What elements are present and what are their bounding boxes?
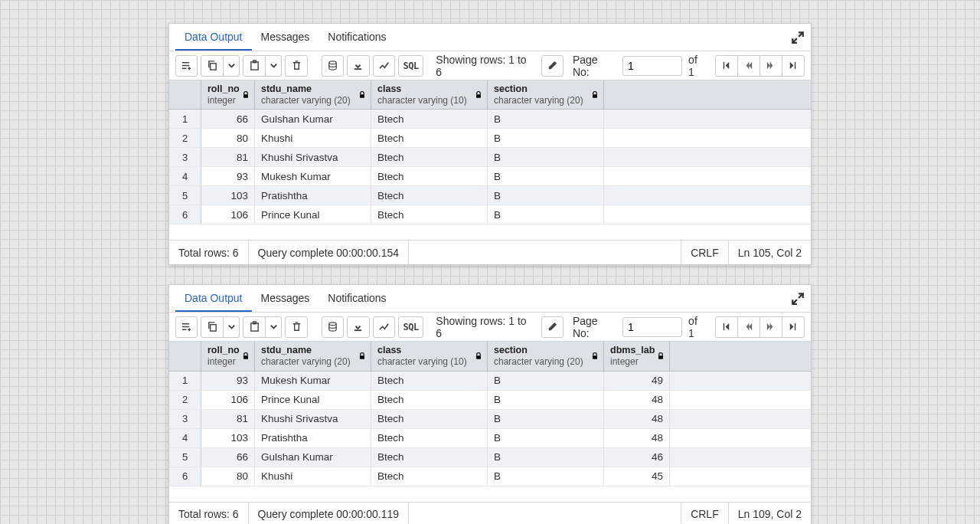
row-index[interactable]: 2 <box>169 129 201 147</box>
cell-roll_no[interactable]: 80 <box>201 467 255 486</box>
cell-roll_no[interactable]: 66 <box>201 448 255 467</box>
last-page-button[interactable] <box>782 316 805 338</box>
paste-dropdown[interactable] <box>266 55 283 77</box>
cell-dbms_lab[interactable]: 49 <box>604 372 670 390</box>
cell-stdu_name[interactable]: Khushi Srivastva <box>255 410 371 428</box>
cell-roll_no[interactable]: 81 <box>201 148 255 166</box>
copy-dropdown[interactable] <box>224 316 240 338</box>
cell-section[interactable]: B <box>488 205 604 224</box>
paste-button[interactable] <box>243 55 265 77</box>
cell-roll_no[interactable]: 103 <box>201 186 255 205</box>
row-index[interactable]: 3 <box>169 148 201 166</box>
cell-section[interactable]: B <box>488 129 604 147</box>
save-data-button[interactable] <box>322 55 344 77</box>
cell-stdu_name[interactable]: Prince Kunal <box>255 391 371 409</box>
row-index[interactable]: 5 <box>169 186 201 205</box>
cell-dbms_lab[interactable]: 46 <box>604 448 670 467</box>
graph-button[interactable] <box>373 55 395 77</box>
cell-dbms_lab[interactable]: 48 <box>604 429 670 447</box>
first-page-button[interactable] <box>715 316 738 338</box>
sql-button[interactable]: SQL <box>398 55 423 77</box>
sql-button[interactable]: SQL <box>398 316 423 338</box>
prev-page-button[interactable] <box>737 316 760 338</box>
cell-class[interactable]: Btech <box>371 167 488 185</box>
cell-roll_no[interactable]: 80 <box>201 129 255 147</box>
row-index[interactable]: 5 <box>169 448 201 467</box>
cell-class[interactable]: Btech <box>371 110 488 128</box>
row-index[interactable]: 4 <box>169 167 201 185</box>
cell-stdu_name[interactable]: Mukesh Kumar <box>255 372 371 390</box>
expand-icon[interactable] <box>791 292 805 306</box>
next-page-button[interactable] <box>760 55 782 77</box>
cell-section[interactable]: B <box>488 372 604 390</box>
tab-data-output[interactable]: Data Output <box>175 286 252 312</box>
tab-notifications[interactable]: Notifications <box>318 25 395 51</box>
cell-stdu_name[interactable]: Gulshan Kumar <box>255 448 371 467</box>
row-index[interactable]: 4 <box>169 429 201 447</box>
cell-roll_no[interactable]: 66 <box>201 110 255 128</box>
cell-section[interactable]: B <box>488 448 604 467</box>
cell-section[interactable]: B <box>488 410 604 428</box>
cell-class[interactable]: Btech <box>371 129 488 147</box>
column-header-dbms_lab[interactable]: dbms_lab integer <box>604 342 670 370</box>
cell-dbms_lab[interactable]: 48 <box>604 410 670 428</box>
cell-class[interactable]: Btech <box>371 205 488 224</box>
column-header-roll_no[interactable]: roll_no integer <box>201 80 255 109</box>
cell-section[interactable]: B <box>488 110 604 128</box>
expand-icon[interactable] <box>791 31 805 44</box>
column-header-stdu_name[interactable]: stdu_name character varying (20) <box>255 80 371 109</box>
cell-section[interactable]: B <box>488 467 604 486</box>
delete-button[interactable] <box>285 55 307 77</box>
row-index[interactable]: 3 <box>169 410 201 428</box>
column-header-class[interactable]: class character varying (10) <box>371 342 488 370</box>
page-no-input[interactable] <box>622 56 682 76</box>
cell-stdu_name[interactable]: Pratishtha <box>255 186 371 205</box>
add-row-button[interactable] <box>175 55 198 77</box>
first-page-button[interactable] <box>715 55 738 77</box>
last-page-button[interactable] <box>782 55 805 77</box>
cell-roll_no[interactable]: 81 <box>201 410 255 428</box>
row-index[interactable]: 6 <box>169 467 201 486</box>
cell-section[interactable]: B <box>488 186 604 205</box>
prev-page-button[interactable] <box>737 55 760 77</box>
download-button[interactable] <box>347 55 369 77</box>
edit-rows-button[interactable] <box>541 316 564 338</box>
tab-messages[interactable]: Messages <box>252 286 319 312</box>
cell-class[interactable]: Btech <box>371 448 488 467</box>
tab-notifications[interactable]: Notifications <box>318 286 395 312</box>
copy-dropdown[interactable] <box>224 55 240 77</box>
cell-roll_no[interactable]: 106 <box>201 391 255 409</box>
cell-class[interactable]: Btech <box>371 410 488 428</box>
cell-section[interactable]: B <box>488 429 604 447</box>
cell-section[interactable]: B <box>488 148 604 166</box>
cell-class[interactable]: Btech <box>371 429 488 447</box>
add-row-button[interactable] <box>175 316 198 338</box>
save-data-button[interactable] <box>322 316 344 338</box>
cell-dbms_lab[interactable]: 48 <box>604 391 670 409</box>
cell-stdu_name[interactable]: Khushi <box>255 467 371 486</box>
next-page-button[interactable] <box>760 316 782 338</box>
column-header-section[interactable]: section character varying (20) <box>488 342 604 370</box>
copy-button[interactable] <box>201 55 223 77</box>
cell-class[interactable]: Btech <box>371 391 488 409</box>
download-button[interactable] <box>347 316 369 338</box>
cell-class[interactable]: Btech <box>371 186 488 205</box>
column-header-class[interactable]: class character varying (10) <box>371 80 488 109</box>
cell-stdu_name[interactable]: Khushi <box>255 129 371 147</box>
tab-messages[interactable]: Messages <box>252 25 319 51</box>
cell-stdu_name[interactable]: Mukesh Kumar <box>255 167 371 185</box>
cell-roll_no[interactable]: 103 <box>201 429 255 447</box>
cell-stdu_name[interactable]: Pratishtha <box>255 429 371 447</box>
row-index[interactable]: 1 <box>169 110 201 128</box>
cell-section[interactable]: B <box>488 167 604 185</box>
row-index[interactable]: 1 <box>169 372 201 390</box>
cell-class[interactable]: Btech <box>371 372 488 390</box>
cell-stdu_name[interactable]: Prince Kunal <box>255 205 371 224</box>
cell-class[interactable]: Btech <box>371 467 488 486</box>
cell-dbms_lab[interactable]: 45 <box>604 467 670 486</box>
delete-button[interactable] <box>285 316 307 338</box>
cell-section[interactable]: B <box>488 391 604 409</box>
edit-rows-button[interactable] <box>541 55 564 77</box>
paste-dropdown[interactable] <box>266 316 283 338</box>
cell-roll_no[interactable]: 93 <box>201 167 255 185</box>
